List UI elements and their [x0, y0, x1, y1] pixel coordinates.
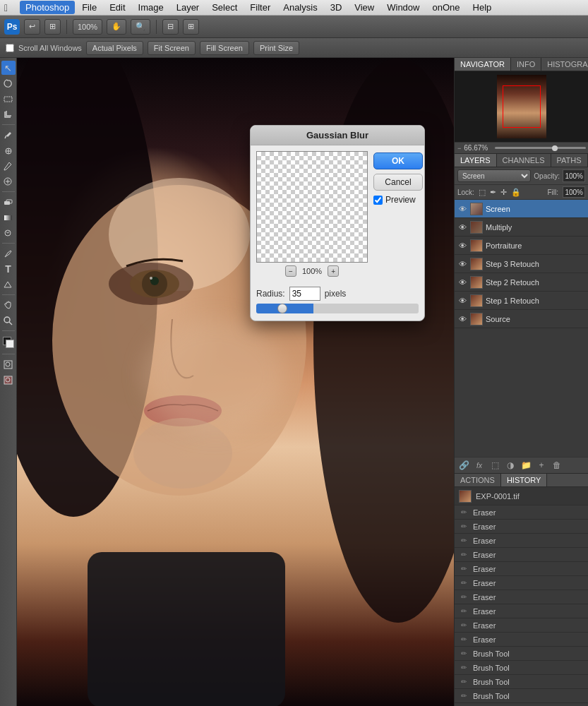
delete-layer-btn[interactable]: 🗑	[551, 460, 563, 471]
blur-zoom-out-btn[interactable]: −	[285, 265, 296, 277]
menu-analysis[interactable]: Analysis	[277, 1, 323, 14]
history-eraser-3[interactable]: ✏ Eraser	[455, 534, 588, 548]
add-mask-btn[interactable]: ⬚	[488, 460, 501, 471]
tool-zoom[interactable]	[1, 313, 16, 328]
zoom-decrease-icon[interactable]: −	[457, 145, 461, 152]
new-layer-btn[interactable]: +	[535, 460, 548, 471]
tool-move[interactable]: ↖	[1, 61, 16, 75]
radius-slider[interactable]	[256, 304, 419, 313]
layer-eye-source[interactable]: 👁	[457, 314, 467, 324]
tool-type[interactable]: T	[1, 262, 16, 276]
tool-eyedropper[interactable]	[1, 128, 16, 142]
tab-paths[interactable]: PATHS	[551, 154, 588, 167]
history-eraser-8[interactable]: ✏ Eraser	[455, 604, 588, 618]
history-eraser-1[interactable]: ✏ Eraser	[455, 505, 588, 520]
tool-crop[interactable]	[1, 107, 16, 121]
blur-zoom-in-btn[interactable]: +	[328, 265, 339, 277]
adjustment-btn[interactable]: ◑	[504, 460, 517, 471]
print-size-btn[interactable]: Print Size	[253, 41, 299, 55]
actual-pixels-btn[interactable]: Actual Pixels	[86, 41, 143, 55]
layer-row-step3[interactable]: 👁 Step 3 Retouch	[455, 255, 588, 273]
menu-window[interactable]: Window	[381, 1, 425, 14]
menu-file[interactable]: File	[76, 1, 102, 14]
tool-clone[interactable]	[1, 174, 16, 189]
tool-blur[interactable]	[1, 226, 16, 240]
layer-row-portraiture[interactable]: 👁 Portraiture	[455, 237, 588, 255]
tool-lasso[interactable]	[1, 76, 16, 90]
fill-screen-btn[interactable]: Fill Screen	[200, 41, 249, 55]
tool-shape[interactable]	[1, 277, 16, 292]
menu-3d[interactable]: 3D	[325, 1, 348, 14]
layer-row-step1[interactable]: 👁 Step 1 Retouch	[455, 292, 588, 310]
menu-filter[interactable]: Filter	[244, 1, 276, 14]
history-eraser-9[interactable]: ✏ Eraser	[455, 618, 588, 633]
tool-hand[interactable]	[1, 298, 16, 312]
menu-photoshop[interactable]: Photoshop	[20, 1, 75, 14]
layer-row-screen[interactable]: 👁 Screen	[455, 200, 588, 218]
layer-eye-step2[interactable]: 👁	[457, 277, 467, 287]
menu-layer[interactable]: Layer	[171, 1, 205, 14]
fit-screen-btn[interactable]: Fit Screen	[148, 41, 196, 55]
tab-navigator[interactable]: NAVIGATOR	[455, 58, 511, 71]
tab-actions[interactable]: ACTIONS	[455, 474, 501, 486]
apple-logo-icon[interactable]: 	[4, 2, 16, 13]
lock-brush-icon[interactable]: ✒	[490, 188, 496, 197]
toolbar-hand-btn[interactable]: ✋	[107, 19, 126, 35]
history-brush-2[interactable]: ✏ Brush Tool	[455, 661, 588, 675]
toolbar-grid-btn[interactable]: ⊞	[44, 19, 61, 35]
radius-input[interactable]: 35	[289, 287, 320, 301]
tool-quickmask[interactable]	[1, 373, 16, 387]
layer-eye-screen[interactable]: 👁	[457, 204, 467, 214]
menu-onone[interactable]: onOne	[426, 1, 465, 14]
nav-zoom-slider[interactable]	[495, 147, 586, 149]
history-brush-3[interactable]: ✏ Brush Tool	[455, 675, 588, 689]
lock-transparent-icon[interactable]: ⬚	[479, 188, 486, 197]
history-eraser-7[interactable]: ✏ Eraser	[455, 590, 588, 604]
tab-channels[interactable]: CHANNELS	[497, 154, 551, 167]
scroll-all-checkbox[interactable]	[6, 44, 14, 52]
lock-all-icon[interactable]: 🔒	[511, 188, 521, 197]
menu-view[interactable]: View	[349, 1, 380, 14]
new-group-btn[interactable]: 📁	[520, 460, 532, 471]
menu-image[interactable]: Image	[133, 1, 169, 14]
tool-healingbrush[interactable]	[1, 143, 16, 157]
layer-row-step2[interactable]: 👁 Step 2 Retouch	[455, 273, 588, 292]
layer-row-source[interactable]: 👁 Source	[455, 310, 588, 328]
history-eraser-5[interactable]: ✏ Eraser	[455, 562, 588, 576]
tool-fg-color[interactable]	[1, 335, 16, 349]
fill-input[interactable]	[563, 186, 585, 198]
cancel-button[interactable]: Cancel	[373, 174, 423, 191]
tool-mask[interactable]	[1, 357, 16, 371]
history-eraser-4[interactable]: ✏ Eraser	[455, 548, 588, 562]
menu-edit[interactable]: Edit	[104, 1, 131, 14]
tool-brush[interactable]	[1, 159, 16, 173]
opacity-input[interactable]	[563, 169, 585, 182]
preview-checkbox[interactable]	[373, 196, 383, 205]
layer-eye-step3[interactable]: 👁	[457, 259, 467, 269]
fx-btn[interactable]: fx	[473, 460, 486, 471]
toolbar-zoom-in-btn[interactable]: 🔍	[131, 19, 150, 35]
history-brush-4[interactable]: ✏ Brush Tool	[455, 689, 588, 703]
history-snapshot[interactable]: EXP-0001.tif	[455, 487, 588, 505]
tab-history[interactable]: HISTORY	[501, 474, 548, 486]
toolbar-layout-btn[interactable]: ⊞	[183, 19, 199, 35]
layer-eye-portraiture[interactable]: 👁	[457, 241, 467, 251]
tab-layers[interactable]: LAYERS	[455, 154, 497, 167]
menu-select[interactable]: Select	[206, 1, 243, 14]
toolbar-view-btn[interactable]: ⊟	[162, 19, 179, 35]
layer-eye-step1[interactable]: 👁	[457, 296, 467, 306]
toolbar-zoom-btn[interactable]: 100%	[73, 19, 102, 35]
layer-eye-multiply[interactable]: 👁	[457, 222, 467, 232]
lock-move-icon[interactable]: ✛	[500, 188, 507, 197]
toolbar-arrow-btn[interactable]: ↩	[24, 19, 40, 35]
link-layers-btn[interactable]: 🔗	[457, 460, 470, 471]
ok-button[interactable]: OK	[373, 152, 423, 169]
tool-pen[interactable]	[1, 246, 16, 261]
tab-info[interactable]: INFO	[511, 58, 541, 71]
history-brush-5[interactable]: ✏ Brush Tool	[455, 703, 588, 706]
blur-preview-canvas[interactable]	[256, 151, 368, 263]
layer-row-multiply[interactable]: 👁 Multiply	[455, 218, 588, 237]
tool-marquee[interactable]	[1, 92, 16, 106]
tool-gradient[interactable]	[1, 210, 16, 225]
history-eraser-2[interactable]: ✏ Eraser	[455, 520, 588, 534]
